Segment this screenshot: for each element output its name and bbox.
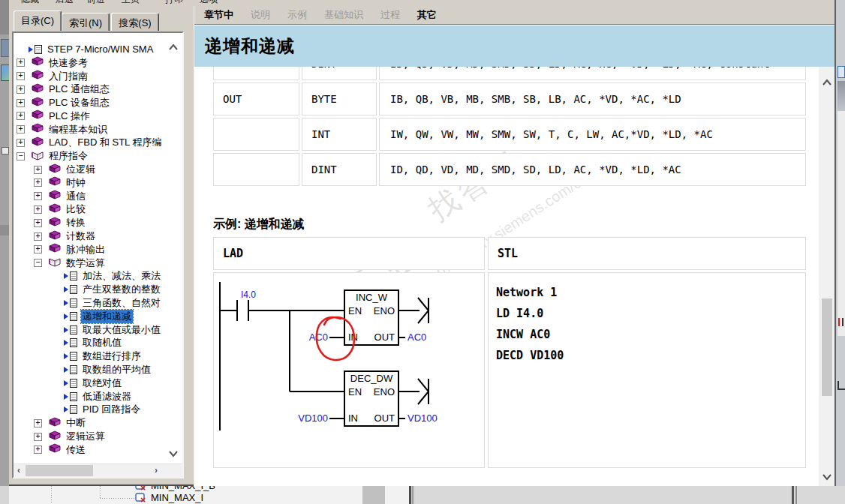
tree-label[interactable]: PLC 通信组态 [47,82,111,96]
tree-item-21[interactable]: 取最大值或最小值 [14,323,182,337]
tree-item-0[interactable]: STEP 7-Micro/WIN SMA [14,43,182,56]
h-scroll-thumb[interactable] [26,465,93,476]
tree-label[interactable]: 产生双整数的整数 [81,283,162,296]
tree-label[interactable]: 脉冲输出 [65,243,107,256]
tree-label-selected[interactable]: 递增和递减 [81,310,133,323]
nav-tab-1[interactable]: 索引(N) [62,13,110,31]
tree-item-18[interactable]: 产生双整数的整数 [14,283,182,296]
expand-plus-icon[interactable]: + [34,232,42,241]
expand-plus-icon[interactable]: + [17,86,25,94]
tree-label[interactable]: 三角函数、自然对 [81,296,162,310]
expand-plus-icon[interactable]: + [17,112,25,120]
scroll-up-icon[interactable] [822,76,832,89]
tree-label[interactable]: 计数器 [65,230,97,243]
topic-tab-0[interactable]: 章节中 [204,8,233,22]
tree-item-13[interactable]: +转换 [14,216,182,230]
tree-label[interactable]: 位逻辑 [65,163,97,176]
v-scroll-thumb[interactable] [822,298,832,396]
tree-item-23[interactable]: 数组进行排序 [14,350,182,363]
tree-label[interactable]: 低通滤波器 [81,390,133,404]
content-vertical-scrollbar[interactable] [819,67,835,486]
tree-item-12[interactable]: +比较 [14,203,182,217]
tree-item-30[interactable]: +传送 [14,443,182,457]
tree-label[interactable]: 取绝对值 [81,376,123,390]
tree-item-6[interactable]: +编程基本知识 [14,123,182,136]
tree-label[interactable]: 快速参考 [47,56,89,70]
expand-plus-icon[interactable]: + [34,192,42,200]
tree-label[interactable]: PID 回路指令 [81,403,142,416]
expand-plus-icon[interactable]: + [34,206,42,214]
expand-plus-icon[interactable]: + [17,72,25,80]
toolbar-button-fragment[interactable]: 打印 [165,0,183,6]
expand-plus-icon[interactable]: + [17,99,25,107]
toolbar-button-fragment[interactable]: 选项 [200,0,218,6]
nav-tab-2[interactable]: 搜索(S) [111,13,159,31]
expand-plus-icon[interactable]: + [17,58,25,67]
tree-label[interactable]: 中断 [65,416,87,430]
expand-plus-icon[interactable]: + [17,125,25,134]
tree-item-29[interactable]: +逻辑运算 [14,430,182,443]
tree-label[interactable]: 时钟 [65,176,87,190]
tree-item-28[interactable]: +中断 [14,416,182,430]
tree-item-3[interactable]: +PLC 通信组态 [14,82,182,96]
scroll-left-icon[interactable]: ‹ [17,466,20,475]
tree-label[interactable]: LAD、FBD 和 STL 程序编 [47,136,163,149]
tree-item-8[interactable]: −程序指令 [14,149,182,163]
tree-label[interactable]: 加法、减法、乘法 [81,269,162,283]
tree-label[interactable]: 数组进行排序 [81,350,143,363]
tree-horizontal-scrollbar[interactable]: ‹ › [14,464,182,477]
tree-item-7[interactable]: +LAD、FBD 和 STL 程序编 [14,136,182,150]
expand-plus-icon[interactable]: + [34,219,42,227]
tree-item-15[interactable]: +脉冲输出 [14,243,182,256]
tree-label[interactable]: 取数组的平均值 [81,363,152,376]
scroll-down-icon[interactable] [822,470,832,484]
tree-item-9[interactable]: +位逻辑 [14,163,182,176]
collapse-minus-icon[interactable]: − [17,152,25,160]
tree-label[interactable]: STEP 7-Micro/WIN SMA [46,44,155,55]
expand-plus-icon[interactable]: + [34,245,42,254]
expand-plus-icon[interactable]: + [34,419,42,428]
tree-label[interactable]: 入门指南 [47,70,89,83]
tree-item-22[interactable]: 取随机值 [14,337,182,350]
tree-label[interactable]: PLC 操作 [47,110,92,123]
tree-item-14[interactable]: +计数器 [14,230,182,243]
expand-plus-icon[interactable]: + [34,446,42,454]
toolbar-button-fragment[interactable]: 后退 [56,0,74,6]
tree-item-26[interactable]: 低通滤波器 [14,390,182,404]
expand-plus-icon[interactable]: + [34,166,42,174]
toolbar-button-fragment[interactable]: 前进 [87,0,105,6]
nav-tab-0[interactable]: 目录(C) [14,10,62,31]
tree-item-10[interactable]: +时钟 [14,176,182,190]
tree-label[interactable]: 比较 [65,202,87,216]
expand-plus-icon[interactable]: + [34,433,42,441]
tree-label[interactable]: 转换 [65,216,87,230]
tree-item-20[interactable]: 递增和递减 [14,310,182,323]
tree-item-17[interactable]: 加法、减法、乘法 [14,270,182,284]
expand-plus-icon[interactable]: + [17,139,25,147]
tree-item-19[interactable]: 三角函数、自然对 [14,296,182,310]
tree-item-1[interactable]: +快速参考 [14,56,182,70]
tree-label[interactable]: 数学运算 [65,256,107,270]
expand-plus-icon[interactable]: + [34,178,42,187]
tree-scroll-area[interactable]: STEP 7-Micro/WIN SMA+快速参考+入门指南+PLC 通信组态+… [14,33,182,464]
tree-item-11[interactable]: +通信 [14,190,182,203]
topic-tab-5[interactable]: 其它 [417,8,437,22]
tree-label[interactable]: 取随机值 [81,336,123,350]
tree-label[interactable]: 逻辑运算 [65,430,107,443]
tree-label[interactable]: 通信 [65,190,87,203]
collapse-minus-icon[interactable]: − [34,259,42,267]
toolbar-button-fragment[interactable]: 隐藏 [21,0,39,6]
tree-label[interactable]: PLC 设备组态 [47,96,111,110]
tree-item-24[interactable]: 取数组的平均值 [14,363,182,376]
tree-scroll-up-icon[interactable] [168,44,179,51]
tree-scroll-down-icon[interactable] [168,450,179,458]
tree-item-16[interactable]: −数学运算 [14,256,182,270]
toolbar-button-fragment[interactable]: 主页 [122,0,140,6]
tree-label[interactable]: 传送 [65,443,87,457]
tree-label[interactable]: 程序指令 [47,149,89,163]
tree-item-25[interactable]: 取绝对值 [14,376,182,390]
tree-label[interactable]: 取最大值或最小值 [81,323,162,337]
scroll-right-icon[interactable]: › [155,466,158,475]
tree-item-27[interactable]: PID 回路指令 [14,404,182,417]
tree-label[interactable]: 编程基本知识 [47,123,109,136]
